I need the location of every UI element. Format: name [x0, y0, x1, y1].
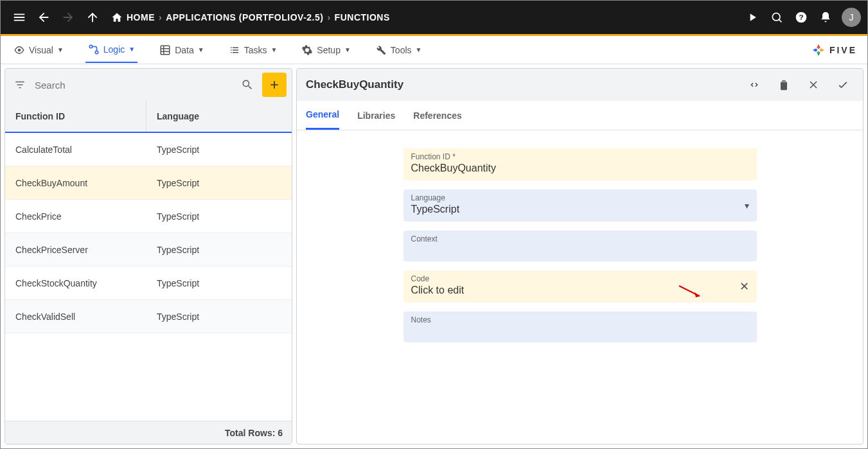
- cell-id: CheckStockQuantity: [5, 267, 146, 299]
- close-icon[interactable]: ✕: [740, 279, 749, 294]
- search-input[interactable]: [35, 80, 233, 91]
- table-row[interactable]: CheckValidSellTypeScript: [5, 300, 292, 333]
- field-notes[interactable]: Notes: [403, 312, 757, 342]
- breadcrumb-home[interactable]: HOME: [111, 12, 155, 23]
- field-label: Notes: [411, 315, 749, 324]
- svg-rect-6: [161, 46, 170, 55]
- functions-list-panel: Function ID Language CalculateTotalTypeS…: [4, 68, 292, 445]
- help-icon[interactable]: ?: [789, 5, 813, 30]
- svg-point-0: [772, 13, 780, 21]
- home-label: HOME: [127, 12, 155, 22]
- menu-icon[interactable]: [7, 5, 31, 30]
- cell-lang: TypeScript: [146, 267, 292, 299]
- svg-point-4: [89, 45, 93, 48]
- menu-tasks-label: Tasks: [244, 45, 267, 55]
- add-button[interactable]: [262, 73, 287, 97]
- cell-lang: TypeScript: [146, 166, 292, 199]
- cell-lang: TypeScript: [146, 300, 292, 333]
- functions-table: Function ID Language CalculateTotalTypeS…: [5, 101, 292, 444]
- search-icon[interactable]: [238, 75, 257, 94]
- col-language[interactable]: Language: [146, 101, 292, 132]
- menu-data-label: Data: [175, 45, 194, 55]
- chevron-right-icon: ›: [159, 12, 162, 22]
- cell-lang: TypeScript: [146, 133, 292, 166]
- code-icon[interactable]: [743, 74, 765, 96]
- detail-panel: CheckBuyQuantity General Libraries Refer…: [296, 68, 864, 445]
- field-value: CheckBuyQuantity: [411, 163, 749, 174]
- field-value: TypeScript: [411, 204, 749, 215]
- workspace: Function ID Language CalculateTotalTypeS…: [1, 64, 867, 448]
- menu-tools[interactable]: Tools▼: [373, 38, 425, 62]
- delete-icon[interactable]: [773, 74, 795, 96]
- table-header: Function ID Language: [5, 101, 292, 133]
- table-row[interactable]: CheckPriceServerTypeScript: [5, 233, 292, 267]
- form-area: Function ID * CheckBuyQuantity Language …: [297, 130, 863, 444]
- chevron-down-icon[interactable]: ▾: [745, 200, 749, 211]
- menu-logic[interactable]: Logic▼: [85, 37, 137, 63]
- field-label: Context: [411, 234, 749, 243]
- field-function-id[interactable]: Function ID * CheckBuyQuantity: [403, 148, 757, 180]
- cell-lang: TypeScript: [146, 233, 292, 266]
- back-icon[interactable]: [31, 5, 56, 30]
- table-row[interactable]: CheckBuyAmountTypeScript: [5, 166, 292, 200]
- tab-general[interactable]: General: [306, 101, 339, 130]
- menu-setup-label: Setup: [317, 45, 341, 55]
- up-icon[interactable]: [80, 5, 105, 30]
- tab-references[interactable]: References: [413, 101, 462, 130]
- table-footer: Total Rows: 6: [5, 421, 292, 444]
- detail-title: CheckBuyQuantity: [306, 78, 403, 91]
- field-value: Click to edit: [411, 285, 749, 296]
- breadcrumb-functions[interactable]: FUNCTIONS: [335, 12, 390, 22]
- menu-logic-label: Logic: [103, 44, 125, 55]
- brand-logo: FIVE: [811, 43, 857, 57]
- filter-icon[interactable]: [10, 75, 30, 94]
- cell-lang: TypeScript: [146, 200, 292, 233]
- detail-header: CheckBuyQuantity: [297, 69, 863, 101]
- svg-point-5: [95, 51, 98, 54]
- forward-icon: [56, 5, 80, 30]
- chevron-right-icon: ›: [327, 12, 330, 22]
- close-icon[interactable]: [802, 74, 824, 96]
- cell-id: CalculateTotal: [5, 133, 146, 166]
- menubar: Visual▼ Logic▼ Data▼ Tasks▼ Setup▼ Tools…: [1, 36, 867, 64]
- cell-id: CheckValidSell: [5, 300, 146, 333]
- breadcrumb: HOME › APPLICATIONS (PORTFOLIOV-2.5) › F…: [111, 12, 390, 23]
- field-code[interactable]: Code Click to edit ✕: [403, 270, 757, 303]
- field-context[interactable]: Context: [403, 231, 757, 261]
- menu-visual-label: Visual: [29, 45, 53, 55]
- menu-tools-label: Tools: [391, 45, 412, 55]
- play-icon[interactable]: [740, 5, 765, 30]
- table-row[interactable]: CalculateTotalTypeScript: [5, 133, 292, 166]
- topbar: HOME › APPLICATIONS (PORTFOLIOV-2.5) › F…: [1, 1, 867, 36]
- table-row[interactable]: CheckStockQuantityTypeScript: [5, 267, 292, 300]
- field-label: Code: [411, 274, 749, 283]
- field-language[interactable]: Language TypeScript ▾: [403, 189, 757, 222]
- tab-libraries[interactable]: Libraries: [357, 101, 395, 130]
- avatar[interactable]: J: [842, 8, 861, 27]
- check-icon[interactable]: [832, 74, 854, 96]
- detail-tabs: General Libraries References: [297, 101, 863, 130]
- field-label: Function ID *: [411, 152, 749, 161]
- menu-visual[interactable]: Visual▼: [11, 38, 66, 62]
- menu-tasks[interactable]: Tasks▼: [226, 38, 280, 62]
- menu-setup[interactable]: Setup▼: [299, 38, 353, 62]
- table-body: CalculateTotalTypeScript CheckBuyAmountT…: [5, 133, 292, 421]
- svg-point-3: [18, 48, 21, 51]
- cell-id: CheckPrice: [5, 200, 146, 233]
- breadcrumb-app[interactable]: APPLICATIONS (PORTFOLIOV-2.5): [166, 12, 323, 22]
- svg-text:?: ?: [799, 13, 803, 21]
- search-bubble-icon[interactable]: [765, 5, 789, 30]
- search-bar: [5, 69, 292, 101]
- bell-icon[interactable]: [813, 5, 838, 30]
- menu-data[interactable]: Data▼: [157, 38, 206, 62]
- col-function-id[interactable]: Function ID: [5, 101, 146, 132]
- brand-label: FIVE: [829, 45, 857, 55]
- cell-id: CheckPriceServer: [5, 233, 146, 266]
- table-row[interactable]: CheckPriceTypeScript: [5, 200, 292, 233]
- cell-id: CheckBuyAmount: [5, 166, 146, 199]
- field-label: Language: [411, 193, 749, 202]
